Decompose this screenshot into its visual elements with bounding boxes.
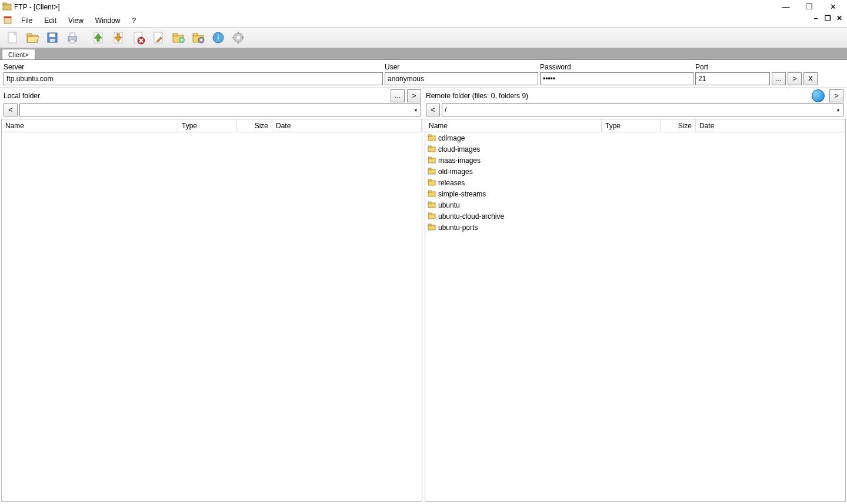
svg-rect-49 bbox=[428, 157, 431, 159]
col-name[interactable]: Name bbox=[425, 119, 602, 132]
file-name: simple-streams bbox=[438, 190, 486, 198]
edit-file-icon[interactable] bbox=[149, 29, 167, 46]
folder-icon bbox=[428, 200, 436, 210]
file-name: ubuntu bbox=[438, 201, 460, 209]
svg-rect-1 bbox=[3, 3, 6, 5]
svg-rect-33 bbox=[193, 34, 198, 36]
svg-rect-13 bbox=[70, 33, 75, 36]
delete-icon[interactable] bbox=[129, 29, 147, 46]
connection-disconnect-button[interactable]: X bbox=[803, 72, 818, 85]
svg-rect-7 bbox=[27, 34, 32, 36]
tabstrip: Client> bbox=[0, 48, 847, 60]
titlebar: FTP - [Client>] — ❐ ✕ bbox=[0, 0, 847, 14]
save-icon[interactable] bbox=[44, 29, 61, 46]
menu-help[interactable]: ? bbox=[126, 15, 142, 26]
local-go-button[interactable]: > bbox=[407, 89, 421, 102]
mdi-minimize-button[interactable]: – bbox=[811, 14, 821, 22]
chevron-down-icon[interactable]: ▾ bbox=[833, 104, 843, 116]
folder-icon bbox=[428, 178, 436, 188]
remote-file-list[interactable]: cdimagecloud-imagesmaas-imagesold-images… bbox=[425, 132, 845, 501]
window-maximize-button[interactable]: ❐ bbox=[798, 0, 821, 14]
folder-icon bbox=[428, 144, 436, 154]
svg-rect-3 bbox=[4, 16, 11, 18]
server-input[interactable] bbox=[4, 72, 383, 85]
svg-point-35 bbox=[200, 39, 202, 41]
menubar: File Edit View Window ? – ❐ ✕ bbox=[0, 14, 847, 27]
connection-connect-button[interactable]: > bbox=[788, 72, 802, 85]
list-item[interactable]: maas-images bbox=[425, 155, 845, 166]
new-file-icon[interactable] bbox=[4, 29, 21, 46]
svg-rect-51 bbox=[428, 168, 431, 170]
remote-path-input[interactable] bbox=[442, 104, 833, 116]
download-icon[interactable] bbox=[109, 29, 127, 46]
password-input[interactable] bbox=[540, 72, 693, 85]
list-item[interactable]: ubuntu-ports bbox=[425, 222, 845, 233]
svg-rect-17 bbox=[97, 38, 99, 41]
local-back-button[interactable]: < bbox=[4, 104, 18, 116]
remote-file-pane: Name Type Size Date cdimagecloud-imagesm… bbox=[425, 119, 846, 502]
password-label: Password bbox=[540, 63, 695, 71]
new-folder-icon[interactable] bbox=[169, 29, 187, 46]
user-label: User bbox=[385, 63, 540, 71]
file-name: ubuntu-cloud-archive bbox=[438, 212, 504, 221]
tab-client[interactable]: Client> bbox=[2, 49, 35, 59]
svg-point-39 bbox=[236, 36, 240, 39]
svg-rect-10 bbox=[49, 34, 55, 37]
svg-rect-59 bbox=[428, 213, 431, 215]
folder-settings-icon[interactable] bbox=[189, 29, 207, 46]
col-type[interactable]: Type bbox=[178, 119, 237, 132]
svg-rect-57 bbox=[428, 202, 431, 203]
list-item[interactable]: ubuntu bbox=[425, 199, 845, 211]
folder-icon bbox=[428, 211, 436, 221]
folder-icon bbox=[428, 166, 436, 176]
list-item[interactable]: simple-streams bbox=[425, 188, 845, 199]
folder-icon bbox=[428, 222, 436, 232]
col-size[interactable]: Size bbox=[237, 119, 272, 132]
local-path-input[interactable] bbox=[20, 104, 411, 116]
list-item[interactable]: releases bbox=[425, 177, 845, 188]
list-item[interactable]: ubuntu-cloud-archive bbox=[425, 211, 845, 222]
local-folder-label: Local folder bbox=[4, 92, 388, 100]
user-input[interactable] bbox=[385, 72, 538, 85]
menu-window[interactable]: Window bbox=[89, 15, 126, 26]
open-folder-icon[interactable] bbox=[24, 29, 41, 46]
menu-edit[interactable]: Edit bbox=[38, 15, 62, 26]
local-path-dropdown[interactable]: ▾ bbox=[19, 104, 421, 116]
remote-go-button[interactable]: > bbox=[829, 89, 843, 102]
mdi-maximize-button[interactable]: ❐ bbox=[822, 14, 833, 22]
print-icon[interactable] bbox=[64, 29, 81, 46]
settings-icon[interactable] bbox=[229, 29, 247, 46]
port-input[interactable] bbox=[695, 72, 770, 85]
col-type[interactable]: Type bbox=[602, 119, 661, 132]
local-browse-button[interactable]: ... bbox=[391, 89, 405, 102]
mdi-close-button[interactable]: ✕ bbox=[834, 14, 845, 22]
menu-file[interactable]: File bbox=[15, 15, 38, 26]
remote-path-dropdown[interactable]: ▾ bbox=[442, 104, 843, 116]
col-date[interactable]: Date bbox=[696, 119, 845, 132]
col-name[interactable]: Name bbox=[2, 119, 178, 132]
svg-rect-61 bbox=[428, 224, 431, 226]
list-item[interactable]: cdimage bbox=[425, 132, 845, 143]
window-minimize-button[interactable]: — bbox=[774, 0, 798, 14]
list-item[interactable]: cloud-images bbox=[425, 143, 845, 155]
menu-view[interactable]: View bbox=[62, 15, 89, 26]
upload-icon[interactable] bbox=[89, 29, 107, 46]
col-size[interactable]: Size bbox=[661, 119, 696, 132]
list-item[interactable]: old-images bbox=[425, 166, 845, 177]
connection-browse-button[interactable]: ... bbox=[772, 72, 786, 85]
info-icon[interactable]: i bbox=[209, 29, 227, 46]
local-file-list[interactable] bbox=[2, 132, 422, 501]
svg-rect-45 bbox=[428, 135, 431, 136]
svg-rect-28 bbox=[173, 34, 178, 36]
file-name: cloud-images bbox=[438, 145, 480, 153]
col-date[interactable]: Date bbox=[272, 119, 422, 132]
file-name: old-images bbox=[438, 168, 473, 176]
svg-rect-11 bbox=[50, 39, 55, 42]
folder-icon bbox=[428, 189, 436, 199]
svg-rect-55 bbox=[428, 191, 431, 192]
remote-back-button[interactable]: < bbox=[426, 104, 440, 116]
chevron-down-icon[interactable]: ▾ bbox=[411, 104, 421, 116]
window-title: FTP - [Client>] bbox=[14, 3, 59, 11]
window-close-button[interactable]: ✕ bbox=[821, 0, 845, 14]
svg-text:i: i bbox=[217, 34, 219, 42]
